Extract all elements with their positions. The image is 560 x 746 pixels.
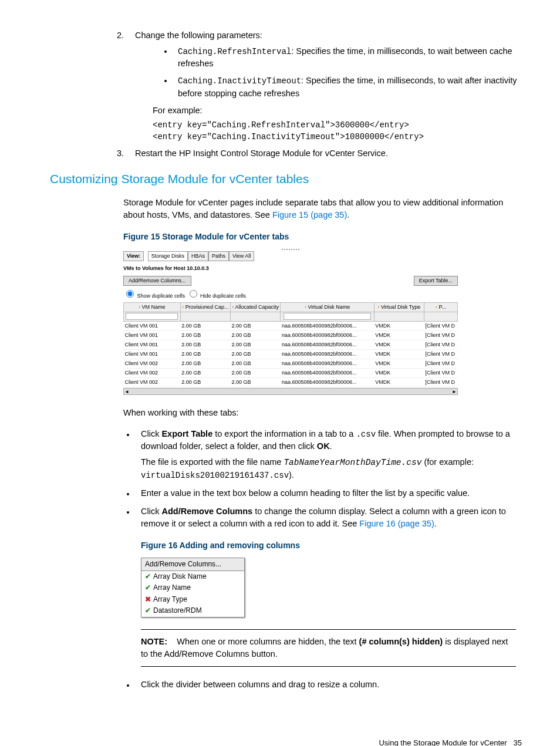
link-fig16[interactable]: Figure 16 (page 35) [359,519,434,528]
filter-vm-name[interactable] [126,313,178,320]
col-vdisk-name[interactable]: Virtual Disk Name [281,302,374,312]
example-label: For example: [153,104,528,117]
table-row[interactable]: Client VM 0022.00 GB2.00 GBnaa.600508b40… [124,369,458,378]
tab-storage-disks[interactable]: Storage Disks [148,251,188,261]
code-refresh: Caching.RefreshInterval [178,47,291,56]
col-vdisk-type[interactable]: Virtual Disk Type [374,302,424,312]
x-icon: ✖ [145,595,151,603]
col-path[interactable]: P... [424,302,458,312]
code-inactivity: Caching.InactivityTimeout [178,76,301,86]
col-vm-name[interactable]: VM Name [124,302,181,312]
radio-show-dup[interactable] [126,290,134,298]
intro-paragraph: Storage Module for vCenter pages include… [123,197,516,221]
figure-16: Add/Remove Columns... ✔Array Disk Name✔A… [141,558,245,617]
param-refresh: Caching.RefreshInterval: Specifies the t… [173,45,528,70]
horizontal-scrollbar[interactable] [123,388,458,395]
example-code: <entry key="Caching.RefreshInterval">360… [153,119,528,143]
table-row[interactable]: Client VM 0012.00 GB2.00 GBnaa.600508b40… [124,321,458,330]
step-2-text: Change the following parameters: [135,31,262,40]
figure-15-caption: Figure 15 Storage Module for vCenter tab… [123,231,528,242]
section-heading: Customizing Storage Module for vCenter t… [50,170,528,188]
col-alloc-cap[interactable]: Allocated Capacity [231,302,281,312]
fig16-header[interactable]: Add/Remove Columns... [141,558,244,571]
filter-vdisk-name[interactable] [284,313,371,320]
bullet-filter: Enter a value in the text box below a co… [135,487,516,499]
param-inactivity: Caching.InactivityTimeout: Specifies the… [173,75,528,99]
note-block: NOTE: When one or more columns are hidde… [141,629,516,667]
radio-hide-dup[interactable] [190,290,197,298]
table-row[interactable]: Client VM 0022.00 GB2.00 GBnaa.600508b40… [124,359,458,369]
link-fig15[interactable]: Figure 15 (page 35) [272,210,347,220]
column-option[interactable]: ✔Array Disk Name [141,571,244,582]
table-row[interactable]: Client VM 0012.00 GB2.00 GBnaa.600508b40… [124,330,458,340]
figure-16-caption: Figure 16 Adding and removing columns [141,539,516,551]
checkmark-icon: ✔ [145,572,151,580]
col-prov-cap[interactable]: Provisioned Cap... [180,302,230,312]
checkmark-icon: ✔ [145,583,151,592]
bullet-addremove: Click Add/Remove Columns to change the c… [135,505,516,666]
step-3: Restart the HP Insight Control Storage M… [126,147,528,160]
column-option[interactable]: ✖Array Type [141,594,244,605]
page-footer: Using the Storage Module for vCenter 35 [32,738,528,746]
after-fig-paragraph: When working with these tabs: [123,407,516,419]
note-label: NOTE: [141,637,167,646]
export-filename-paragraph: The file is exported with the file name … [141,456,516,481]
table-row[interactable]: Client VM 0012.00 GB2.00 GBnaa.600508b40… [124,340,458,349]
fig15-subtitle: VMs to Volumes for Host 10.10.0.3 [123,265,458,272]
step-2: Change the following parameters: Caching… [126,29,528,143]
checkmark-icon: ✔ [145,606,151,615]
add-remove-columns-button[interactable]: Add/Remove Columns... [123,276,191,286]
duplicate-cells-radio: Show duplicate cells Hide duplicate cell… [123,288,458,300]
fig15-tabs: View: Storage DisksHBAsPathsView All [123,251,458,261]
table-row[interactable]: Client VM 0022.00 GB2.00 GBnaa.600508b40… [124,378,458,387]
bullet-export: Click Export Table to export the informa… [135,428,516,482]
tab-view-all[interactable]: View All [229,251,254,261]
bullet-resize: Click the divider between columns and dr… [135,679,516,691]
tab-hbas[interactable]: HBAs [188,251,208,261]
table-row[interactable]: Client VM 0012.00 GB2.00 GBnaa.600508b40… [124,349,458,359]
column-option[interactable]: ✔Datastore/RDM [141,605,244,616]
fig15-table: VM Name Provisioned Cap... Allocated Cap… [123,302,458,387]
tab-paths[interactable]: Paths [208,251,229,261]
export-table-button[interactable]: Export Table... [414,276,458,286]
column-option[interactable]: ✔Array Name [141,582,244,593]
figure-15: View: Storage DisksHBAsPathsView All VMs… [123,249,458,396]
